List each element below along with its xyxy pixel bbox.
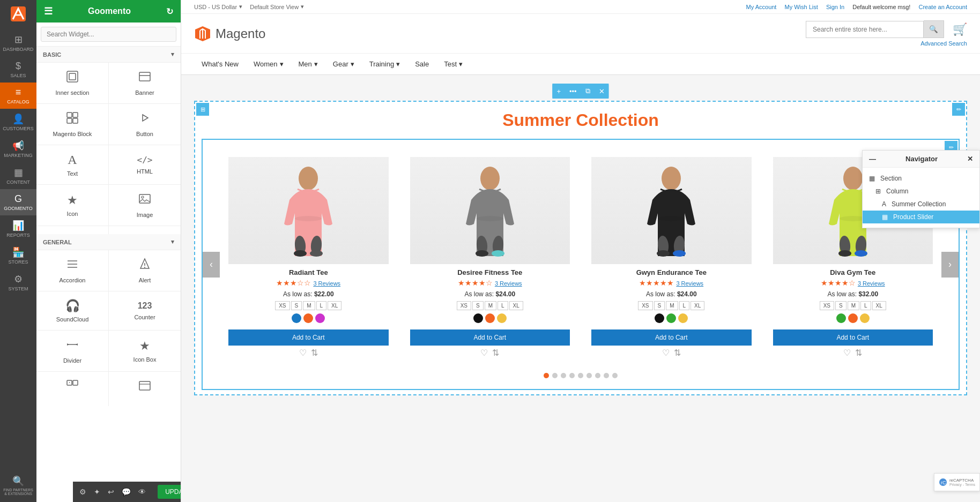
size-btn-XS[interactable]: XS [275, 301, 289, 310]
section-handle[interactable]: ⊞ [196, 103, 209, 116]
settings-tool-btn[interactable]: ⚙ [77, 485, 88, 498]
slider-dot[interactable] [595, 373, 600, 378]
size-btn-M[interactable]: M [848, 301, 859, 310]
widget-image[interactable]: Image [109, 185, 181, 226]
widget-icon-box[interactable]: ★ Icon Box [109, 331, 181, 371]
wishlist-icon[interactable]: ♡ [843, 348, 851, 358]
slider-dot[interactable] [569, 373, 575, 378]
widget-video[interactable]: Video [109, 226, 181, 234]
color-dot-green[interactable] [836, 313, 846, 323]
size-btn-XL[interactable]: XL [509, 301, 523, 310]
nav-dashboard[interactable]: ⊞ DASHBOARD [0, 29, 36, 56]
update-button[interactable]: UPDATE [158, 485, 181, 499]
slider-prev-button[interactable]: ‹ [203, 252, 220, 278]
size-btn-XS[interactable]: XS [820, 301, 834, 310]
nav-tree-item-product-slider[interactable]: ▦Product Slider [863, 211, 979, 223]
nav-tree-item-section[interactable]: ▦Section [863, 172, 979, 185]
slider-dot[interactable] [561, 373, 566, 378]
widget-alert[interactable]: Alert [109, 250, 181, 291]
nav-tree-item-column[interactable]: ⊞Column [863, 185, 979, 198]
size-btn-M[interactable]: M [485, 301, 496, 310]
size-btn-M[interactable]: M [303, 301, 315, 310]
nav-gear[interactable]: Gear ▾ [325, 54, 362, 74]
navigator-minimize-btn[interactable]: — [869, 155, 876, 163]
size-btn-XL[interactable]: XL [691, 301, 704, 310]
size-btn-XS[interactable]: XS [638, 301, 652, 310]
sign-in-link[interactable]: Sign In [826, 4, 844, 10]
color-dot-black[interactable] [655, 313, 664, 323]
size-btn-L[interactable]: L [860, 301, 871, 310]
slider-dot[interactable] [612, 373, 618, 378]
color-dot-green[interactable] [666, 313, 676, 323]
size-btn-S[interactable]: S [654, 301, 665, 310]
preview-tool-btn[interactable]: 👁 [136, 485, 148, 498]
section-menu-btn[interactable]: ••• [565, 84, 581, 99]
widget-divider[interactable]: Divider [36, 331, 108, 371]
widget-html[interactable]: </> HTML [109, 145, 181, 184]
slider-dot[interactable] [552, 373, 558, 378]
widget-search-input[interactable] [41, 27, 176, 42]
slider-dot[interactable] [586, 373, 592, 378]
nav-men[interactable]: Men ▾ [291, 54, 325, 74]
size-btn-S[interactable]: S [472, 301, 484, 310]
refresh-icon[interactable]: ↻ [166, 6, 173, 17]
duplicate-btn[interactable]: ⧉ [581, 84, 595, 99]
size-btn-L[interactable]: L [498, 301, 508, 310]
widget-text[interactable]: A Text [36, 145, 108, 184]
nav-training[interactable]: Training ▾ [362, 54, 407, 74]
nav-women[interactable]: Women ▾ [246, 54, 291, 74]
size-btn-XL[interactable]: XL [328, 301, 341, 310]
storeview-dropdown-icon[interactable]: ▾ [301, 3, 304, 10]
nav-tree-item-summer-collection[interactable]: ASummer Collection [863, 198, 979, 211]
nav-extensions[interactable]: 🔍 FIND PARTNERS & EXTENSIONS [0, 471, 36, 502]
compare-icon[interactable]: ⇅ [311, 348, 318, 358]
create-account-link[interactable]: Create an Account [918, 4, 967, 10]
wishlist-icon[interactable]: ♡ [480, 348, 488, 358]
color-dot-orange[interactable] [485, 313, 495, 323]
hamburger-icon[interactable]: ☰ [44, 5, 53, 17]
size-btn-L[interactable]: L [316, 301, 327, 310]
wishlist-icon[interactable]: ♡ [662, 348, 670, 358]
currency-dropdown-icon[interactable]: ▾ [239, 3, 242, 10]
widget-extra-1[interactable] [36, 372, 108, 406]
basic-section-header[interactable]: BASIC ▾ [36, 47, 181, 63]
delete-section-btn[interactable]: ✕ [595, 84, 609, 99]
nav-catalog[interactable]: ≡ CATALOG [0, 83, 36, 109]
size-btn-S[interactable]: S [835, 301, 847, 310]
slider-dot[interactable] [544, 373, 549, 378]
size-btn-XL[interactable]: XL [872, 301, 886, 310]
nav-sale[interactable]: Sale [407, 54, 436, 74]
store-search-input[interactable] [806, 21, 924, 38]
add-to-cart-button[interactable]: Add to Cart [773, 329, 933, 346]
product-reviews-link[interactable]: 3 Reviews [858, 280, 885, 287]
nav-content[interactable]: ▦ CONTENT [0, 162, 36, 189]
nav-test[interactable]: Test ▾ [436, 54, 470, 74]
widget-banner[interactable]: Banner [109, 63, 181, 103]
product-reviews-link[interactable]: 3 Reviews [676, 280, 703, 287]
color-dot-yellow[interactable] [860, 313, 870, 323]
slider-dot[interactable] [604, 373, 609, 378]
widget-soundcloud[interactable]: 🎧 SoundCloud [36, 291, 108, 330]
advanced-search-link[interactable]: Advanced Search [806, 40, 967, 47]
slider-next-button[interactable]: › [941, 252, 959, 278]
my-account-link[interactable]: My Account [746, 4, 777, 10]
nav-system[interactable]: ⚙ SYSTEM [0, 269, 36, 296]
nav-customers[interactable]: 👤 CUSTOMERS [0, 109, 36, 136]
color-dot-purple[interactable] [315, 313, 325, 323]
nav-sales[interactable]: $ SALES [0, 56, 36, 83]
widget-icon[interactable]: ★ Icon [36, 185, 108, 226]
size-btn-XS[interactable]: XS [457, 301, 471, 310]
size-btn-M[interactable]: M [666, 301, 678, 310]
color-dot-yellow[interactable] [678, 313, 688, 323]
add-to-cart-button[interactable]: Add to Cart [591, 329, 752, 346]
color-dot-blue[interactable] [292, 313, 301, 323]
comments-tool-btn[interactable]: 💬 [120, 485, 133, 498]
undo-tool-btn[interactable]: ↩ [106, 485, 116, 498]
store-search-button[interactable]: 🔍 [924, 20, 944, 38]
navigate-tool-btn[interactable]: ✦ [92, 485, 102, 498]
nav-reports[interactable]: 📊 REPORTS [0, 215, 36, 242]
size-btn-S[interactable]: S [291, 301, 302, 310]
cart-icon[interactable]: 🛒 [953, 23, 967, 36]
product-reviews-link[interactable]: 3 Reviews [313, 280, 340, 287]
widget-button[interactable]: Button [109, 104, 181, 145]
